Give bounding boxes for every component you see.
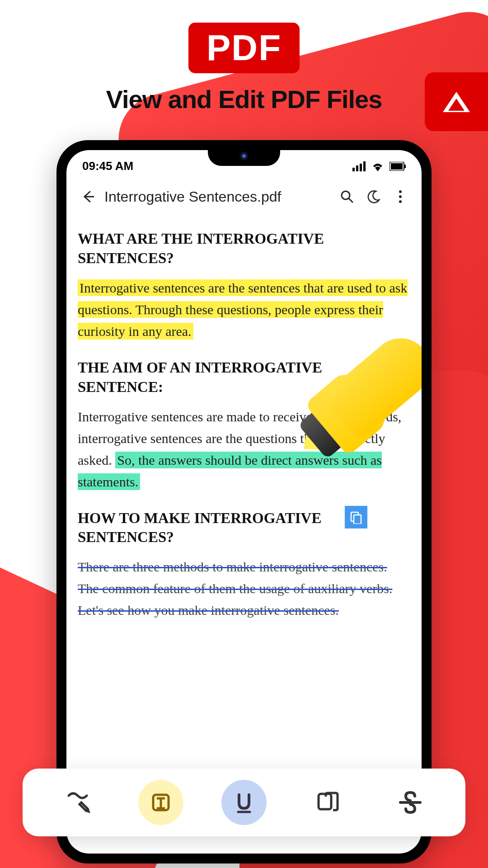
back-button[interactable] bbox=[78, 187, 98, 207]
highlighted-text-yellow[interactable]: Interrogative sentences are the sentence… bbox=[78, 279, 408, 340]
section-heading: WHAT ARE THE INTERROGATIVE SENTENCES? bbox=[78, 229, 410, 268]
signal-icon bbox=[352, 161, 366, 171]
svg-rect-3 bbox=[363, 161, 366, 171]
svg-point-10 bbox=[399, 195, 402, 198]
svg-point-11 bbox=[399, 200, 402, 203]
svg-rect-5 bbox=[391, 163, 403, 170]
app-bar: Interrogative Sentences.pdf bbox=[66, 178, 422, 216]
annotation-toolbar bbox=[23, 769, 465, 836]
more-menu-button[interactable] bbox=[390, 187, 410, 207]
document-text: There are three methods to make interrog… bbox=[78, 556, 410, 621]
highlight-tool-button[interactable] bbox=[138, 780, 183, 825]
promo-header: PDF View and Edit PDF Files bbox=[0, 0, 488, 114]
status-time: 09:45 AM bbox=[82, 159, 133, 173]
underline-tool-button[interactable] bbox=[221, 780, 267, 825]
svg-rect-13 bbox=[354, 515, 361, 524]
phone-frame: 09:45 AM Interrogative Sentences.pdf bbox=[56, 140, 432, 863]
tagline: View and Edit PDF Files bbox=[0, 85, 488, 114]
document-text: Interrogative sentences are the sentence… bbox=[78, 277, 410, 342]
wifi-icon bbox=[371, 161, 384, 171]
document-title: Interrogative Sentences.pdf bbox=[104, 189, 330, 205]
svg-rect-6 bbox=[404, 165, 406, 168]
svg-point-9 bbox=[399, 190, 402, 193]
battery-icon bbox=[389, 162, 406, 171]
selection-handle[interactable] bbox=[345, 506, 367, 528]
search-button[interactable] bbox=[337, 187, 357, 207]
app-logo-badge bbox=[425, 72, 488, 131]
strikethrough-text[interactable]: There are three methods to make interrog… bbox=[78, 559, 392, 618]
pdf-badge: PDF bbox=[188, 23, 300, 73]
strikethrough-tool-button[interactable] bbox=[388, 780, 433, 825]
svg-rect-1 bbox=[356, 165, 358, 171]
phone-notch bbox=[208, 150, 280, 166]
draw-tool-button[interactable] bbox=[55, 780, 100, 825]
copy-tool-button[interactable] bbox=[305, 780, 350, 825]
svg-rect-0 bbox=[352, 168, 355, 171]
svg-line-8 bbox=[349, 198, 352, 202]
dark-mode-button[interactable] bbox=[364, 187, 384, 207]
document-viewport[interactable]: WHAT ARE THE INTERROGATIVE SENTENCES? In… bbox=[66, 216, 422, 651]
svg-rect-2 bbox=[360, 164, 362, 171]
